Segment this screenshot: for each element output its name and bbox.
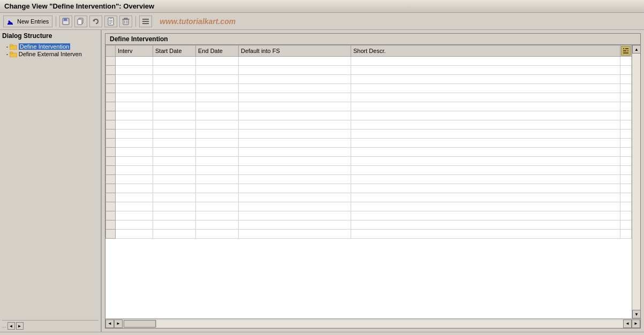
cell-end-date[interactable]: [196, 130, 239, 139]
cell-short-descr[interactable]: [351, 193, 620, 202]
cell-start-date[interactable]: [153, 75, 196, 84]
cell-interv[interactable]: [116, 211, 153, 220]
cell-start-date[interactable]: [153, 66, 196, 75]
cell-interv[interactable]: [116, 102, 153, 111]
cell-start-date[interactable]: [153, 130, 196, 139]
cell-short-descr[interactable]: [351, 166, 620, 175]
cell-default-fs[interactable]: [239, 130, 351, 139]
cell-default-fs[interactable]: [239, 220, 351, 230]
undo-button[interactable]: [89, 16, 102, 27]
scroll-track-vertical[interactable]: [632, 54, 640, 310]
cell-short-descr[interactable]: [351, 120, 620, 130]
cell-default-fs[interactable]: [239, 84, 351, 93]
cell-default-fs[interactable]: [239, 230, 351, 239]
tree-item-define-intervention[interactable]: • Define Intervention: [2, 43, 99, 50]
cell-short-descr[interactable]: [351, 139, 620, 148]
cell-short-descr[interactable]: [351, 66, 620, 75]
cell-start-date[interactable]: [153, 120, 196, 130]
scroll-left-button[interactable]: ◄: [105, 319, 114, 328]
cell-start-date[interactable]: [153, 202, 196, 211]
cell-interv[interactable]: [116, 84, 153, 93]
cell-short-descr[interactable]: [351, 211, 620, 220]
scroll-down-button[interactable]: ▼: [632, 310, 640, 318]
cell-start-date[interactable]: [153, 148, 196, 157]
cell-end-date[interactable]: [196, 184, 239, 193]
column-settings-icon[interactable]: [621, 46, 631, 56]
cell-end-date[interactable]: [196, 193, 239, 202]
cell-default-fs[interactable]: [239, 139, 351, 148]
cell-start-date[interactable]: [153, 211, 196, 220]
cell-start-date[interactable]: [153, 57, 196, 66]
cell-end-date[interactable]: [196, 230, 239, 239]
more-btn-1[interactable]: [139, 16, 152, 27]
scroll-right-button[interactable]: ►: [114, 319, 123, 328]
cell-end-date[interactable]: [196, 75, 239, 84]
left-scroll-right[interactable]: ►: [16, 322, 24, 330]
cell-end-date[interactable]: [196, 157, 239, 166]
cell-interv[interactable]: [116, 220, 153, 230]
cell-end-date[interactable]: [196, 84, 239, 93]
cell-start-date[interactable]: [153, 93, 196, 102]
cell-interv[interactable]: [116, 57, 153, 66]
cell-short-descr[interactable]: [351, 84, 620, 93]
cell-short-descr[interactable]: [351, 220, 620, 230]
col-header-settings[interactable]: [620, 45, 632, 57]
cell-end-date[interactable]: [196, 220, 239, 230]
cell-interv[interactable]: [116, 166, 153, 175]
cell-interv[interactable]: [116, 139, 153, 148]
cell-short-descr[interactable]: [351, 148, 620, 157]
cell-end-date[interactable]: [196, 93, 239, 102]
cell-short-descr[interactable]: [351, 184, 620, 193]
cell-interv[interactable]: [116, 111, 153, 120]
cell-default-fs[interactable]: [239, 193, 351, 202]
cell-short-descr[interactable]: [351, 111, 620, 120]
cell-interv[interactable]: [116, 66, 153, 75]
cell-start-date[interactable]: [153, 175, 196, 184]
cell-default-fs[interactable]: [239, 57, 351, 66]
cell-start-date[interactable]: [153, 157, 196, 166]
scroll-track-horizontal[interactable]: [157, 320, 623, 328]
cell-start-date[interactable]: [153, 139, 196, 148]
cell-interv[interactable]: [116, 130, 153, 139]
cell-default-fs[interactable]: [239, 93, 351, 102]
cell-start-date[interactable]: [153, 184, 196, 193]
cell-default-fs[interactable]: [239, 184, 351, 193]
cell-end-date[interactable]: [196, 111, 239, 120]
cell-short-descr[interactable]: [351, 230, 620, 239]
cell-default-fs[interactable]: [239, 66, 351, 75]
cell-end-date[interactable]: [196, 175, 239, 184]
scroll-thumb-horizontal[interactable]: [124, 320, 156, 328]
cell-default-fs[interactable]: [239, 111, 351, 120]
cell-short-descr[interactable]: [351, 130, 620, 139]
cell-interv[interactable]: [116, 75, 153, 84]
new-entries-button[interactable]: New Entries: [3, 16, 52, 27]
cell-default-fs[interactable]: [239, 102, 351, 111]
cell-default-fs[interactable]: [239, 175, 351, 184]
cell-short-descr[interactable]: [351, 75, 620, 84]
cell-default-fs[interactable]: [239, 75, 351, 84]
cell-short-descr[interactable]: [351, 57, 620, 66]
cell-default-fs[interactable]: [239, 211, 351, 220]
copy-button[interactable]: [74, 16, 87, 27]
cell-start-date[interactable]: [153, 111, 196, 120]
cell-default-fs[interactable]: [239, 157, 351, 166]
tree-item-define-external[interactable]: • Define External Interven: [2, 50, 99, 58]
scroll-right-end-button-2[interactable]: ►: [632, 319, 640, 328]
cell-short-descr[interactable]: [351, 175, 620, 184]
cell-short-descr[interactable]: [351, 157, 620, 166]
delete-button[interactable]: [119, 16, 132, 27]
cell-short-descr[interactable]: [351, 93, 620, 102]
cell-end-date[interactable]: [196, 148, 239, 157]
cell-end-date[interactable]: [196, 102, 239, 111]
cell-interv[interactable]: [116, 120, 153, 130]
cell-start-date[interactable]: [153, 84, 196, 93]
cell-default-fs[interactable]: [239, 166, 351, 175]
cell-start-date[interactable]: [153, 220, 196, 230]
cell-end-date[interactable]: [196, 211, 239, 220]
cell-start-date[interactable]: [153, 230, 196, 239]
cell-interv[interactable]: [116, 193, 153, 202]
cell-end-date[interactable]: [196, 66, 239, 75]
left-scroll-left[interactable]: ◄: [7, 322, 15, 330]
cell-short-descr[interactable]: [351, 102, 620, 111]
cell-interv[interactable]: [116, 175, 153, 184]
